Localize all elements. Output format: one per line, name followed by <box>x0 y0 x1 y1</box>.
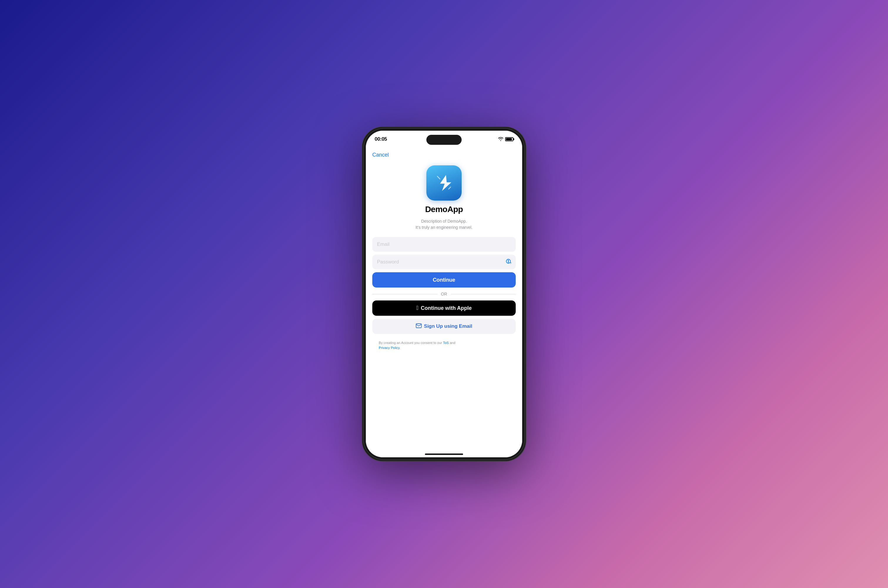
app-icon-section: DemoApp Description of DemoApp. It's tru… <box>366 148 522 231</box>
app-description: Description of DemoApp. It's truly an en… <box>416 218 472 231</box>
or-divider: OR <box>372 291 516 297</box>
apple-button-label: Continue with Apple <box>421 305 472 311</box>
lightning-icon <box>434 173 454 193</box>
svg-line-1 <box>449 187 451 189</box>
form-section: ? Continue OR  Continue with Apple <box>366 231 522 351</box>
footer-text: By creating an Account you consent to ou… <box>372 337 516 351</box>
tos-link[interactable]: ToS <box>443 341 449 345</box>
privacy-policy-link[interactable]: Privacy Policy <box>379 346 400 350</box>
screen-content: Cancel DemoApp Description of DemoApp. I… <box>366 148 522 457</box>
svg-point-3 <box>508 260 509 261</box>
dynamic-island <box>427 135 461 145</box>
status-time: 00:05 <box>375 136 387 142</box>
home-indicator <box>425 453 463 455</box>
app-icon <box>427 165 461 201</box>
status-icons <box>498 137 513 142</box>
signup-email-label: Sign Up using Email <box>424 323 472 329</box>
svg-text:?: ? <box>510 262 512 264</box>
apple-signin-button[interactable]:  Continue with Apple <box>372 300 516 316</box>
battery-icon <box>505 137 513 141</box>
password-wrapper: ? <box>372 255 516 269</box>
phone-device: 00:05 Cancel <box>362 127 526 461</box>
apple-logo-icon:  <box>416 305 418 311</box>
password-hint-icon: ? <box>505 259 512 266</box>
svg-line-0 <box>437 176 440 179</box>
divider-left <box>372 294 437 294</box>
signup-email-button[interactable]: Sign Up using Email <box>372 319 516 334</box>
password-input[interactable] <box>372 255 516 269</box>
email-input[interactable] <box>372 237 516 252</box>
phone-screen: 00:05 Cancel <box>366 131 522 457</box>
svg-rect-4 <box>508 261 509 263</box>
app-name: DemoApp <box>425 205 463 214</box>
divider-right <box>451 294 516 294</box>
cancel-button[interactable]: Cancel <box>372 152 389 158</box>
email-envelope-icon <box>416 323 422 329</box>
continue-button[interactable]: Continue <box>372 272 516 288</box>
wifi-icon <box>498 137 503 142</box>
or-text: OR <box>441 292 447 296</box>
